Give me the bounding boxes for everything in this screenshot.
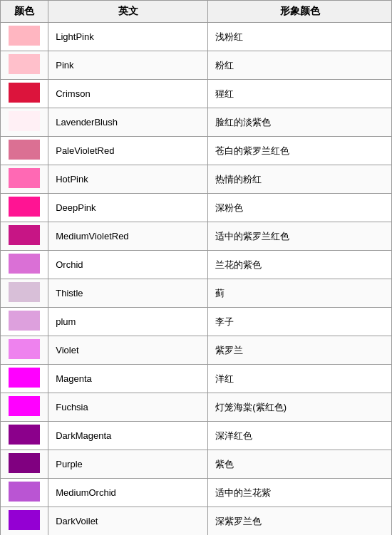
english-name: HotPink bbox=[48, 165, 208, 194]
color-swatch bbox=[9, 339, 40, 359]
chinese-name: 深洋红色 bbox=[208, 422, 392, 450]
english-name: PaleVioletRed bbox=[48, 137, 208, 165]
color-cell bbox=[1, 507, 48, 536]
chinese-name: 蓟 bbox=[208, 279, 392, 308]
english-name: MediumOrchid bbox=[48, 479, 208, 507]
header-english: 英文 bbox=[48, 1, 208, 23]
chinese-name: 苍白的紫罗兰红色 bbox=[208, 137, 392, 165]
table-row: plum李子 bbox=[1, 308, 392, 336]
color-cell bbox=[1, 194, 48, 222]
table-row: Magenta洋红 bbox=[1, 365, 392, 393]
english-name: Purple bbox=[48, 450, 208, 479]
color-swatch bbox=[9, 396, 40, 416]
color-cell bbox=[1, 422, 48, 450]
color-swatch bbox=[9, 111, 40, 131]
chinese-name: 深紫罗兰色 bbox=[208, 507, 392, 536]
color-cell bbox=[1, 222, 48, 251]
chinese-name: 洋红 bbox=[208, 365, 392, 393]
chinese-name: 紫罗兰 bbox=[208, 336, 392, 365]
english-name: Magenta bbox=[48, 365, 208, 393]
english-name: Thistle bbox=[48, 279, 208, 308]
chinese-name: 热情的粉红 bbox=[208, 165, 392, 194]
chinese-name: 适中的紫罗兰红色 bbox=[208, 222, 392, 251]
english-name: MediumVioletRed bbox=[48, 222, 208, 251]
color-cell bbox=[1, 137, 48, 165]
chinese-name: 深粉色 bbox=[208, 194, 392, 222]
color-cell bbox=[1, 393, 48, 422]
table-row: MediumVioletRed适中的紫罗兰红色 bbox=[1, 222, 392, 251]
table-row: DarkMagenta深洋红色 bbox=[1, 422, 392, 450]
color-swatch bbox=[9, 482, 40, 502]
chinese-name: 浅粉红 bbox=[208, 23, 392, 51]
color-swatch bbox=[9, 311, 40, 331]
color-swatch bbox=[9, 425, 40, 445]
color-swatch bbox=[9, 168, 40, 188]
table-row: PaleVioletRed苍白的紫罗兰红色 bbox=[1, 137, 392, 165]
color-cell bbox=[1, 23, 48, 51]
english-name: Crimson bbox=[48, 80, 208, 108]
table-row: Fuchsia灯笼海棠(紫红色) bbox=[1, 393, 392, 422]
table-row: DarkVoilet深紫罗兰色 bbox=[1, 507, 392, 536]
color-swatch bbox=[9, 197, 40, 217]
english-name: plum bbox=[48, 308, 208, 336]
chinese-name: 兰花的紫色 bbox=[208, 251, 392, 279]
chinese-name: 灯笼海棠(紫红色) bbox=[208, 393, 392, 422]
table-row: HotPink热情的粉红 bbox=[1, 165, 392, 194]
english-name: LavenderBlush bbox=[48, 108, 208, 137]
color-table: 颜色 英文 形象颜色 LightPink浅粉红Pink粉红Crimson猩红La… bbox=[0, 0, 392, 535]
color-swatch bbox=[9, 83, 40, 103]
english-name: Violet bbox=[48, 336, 208, 365]
color-swatch bbox=[9, 54, 40, 74]
color-swatch bbox=[9, 282, 40, 302]
chinese-name: 紫色 bbox=[208, 450, 392, 479]
english-name: DeepPink bbox=[48, 194, 208, 222]
table-row: Crimson猩红 bbox=[1, 80, 392, 108]
english-name: Fuchsia bbox=[48, 393, 208, 422]
color-swatch bbox=[9, 26, 40, 46]
chinese-name: 猩红 bbox=[208, 80, 392, 108]
color-cell bbox=[1, 365, 48, 393]
table-row: Violet紫罗兰 bbox=[1, 336, 392, 365]
english-name: Orchid bbox=[48, 251, 208, 279]
color-swatch bbox=[9, 254, 40, 274]
english-name: Pink bbox=[48, 51, 208, 80]
color-cell bbox=[1, 251, 48, 279]
table-row: Orchid兰花的紫色 bbox=[1, 251, 392, 279]
color-swatch bbox=[9, 510, 40, 530]
chinese-name: 适中的兰花紫 bbox=[208, 479, 392, 507]
color-cell bbox=[1, 165, 48, 194]
color-cell bbox=[1, 336, 48, 365]
table-row: DeepPink深粉色 bbox=[1, 194, 392, 222]
color-cell bbox=[1, 279, 48, 308]
color-swatch bbox=[9, 225, 40, 245]
english-name: DarkMagenta bbox=[48, 422, 208, 450]
english-name: DarkVoilet bbox=[48, 507, 208, 536]
color-cell bbox=[1, 51, 48, 80]
color-swatch bbox=[9, 140, 40, 160]
chinese-name: 粉红 bbox=[208, 51, 392, 80]
table-row: LavenderBlush脸红的淡紫色 bbox=[1, 108, 392, 137]
chinese-name: 脸红的淡紫色 bbox=[208, 108, 392, 137]
table-row: MediumOrchid适中的兰花紫 bbox=[1, 479, 392, 507]
color-cell bbox=[1, 308, 48, 336]
table-row: LightPink浅粉红 bbox=[1, 23, 392, 51]
color-cell bbox=[1, 479, 48, 507]
color-swatch bbox=[9, 453, 40, 473]
table-row: Thistle蓟 bbox=[1, 279, 392, 308]
header-color: 颜色 bbox=[1, 1, 48, 23]
color-cell bbox=[1, 80, 48, 108]
header-chinese: 形象颜色 bbox=[208, 1, 392, 23]
color-cell bbox=[1, 108, 48, 137]
table-row: Purple紫色 bbox=[1, 450, 392, 479]
english-name: LightPink bbox=[48, 23, 208, 51]
chinese-name: 李子 bbox=[208, 308, 392, 336]
color-cell bbox=[1, 450, 48, 479]
color-swatch bbox=[9, 368, 40, 388]
table-row: Pink粉红 bbox=[1, 51, 392, 80]
